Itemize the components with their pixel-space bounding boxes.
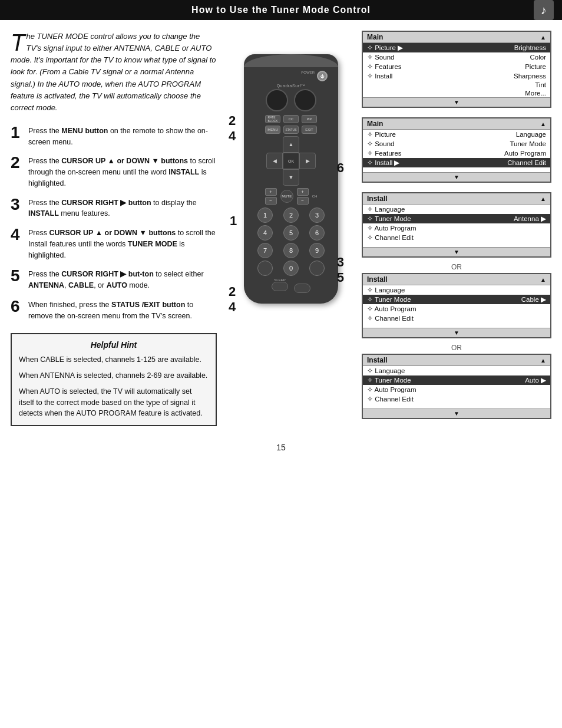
main-menu-1-arrow-up: ▲: [540, 34, 546, 41]
other-btn[interactable]: [294, 284, 310, 293]
main-menu-2-arrow-down: ▼: [454, 174, 459, 180]
step-badge-6: 6: [337, 160, 344, 176]
step-3-number: 3: [11, 196, 24, 213]
ch-minus-btn[interactable]: −: [297, 197, 309, 205]
step-badge-3-5: 35: [337, 255, 344, 285]
step-6-text: When finished, press the STATUS /EXIT bu…: [28, 299, 217, 322]
sleep-btn[interactable]: [272, 282, 288, 291]
main-menu-2-footer: ▼: [363, 172, 550, 182]
pip-btn[interactable]: PIP: [302, 115, 317, 123]
install-au-channel: ✧ Channel Edit: [363, 394, 550, 404]
step-5-number: 5: [11, 268, 24, 284]
helpful-hint-title: Helpful Hint: [19, 340, 209, 350]
install-au-tuner: ✧ Tuner Mode Auto ▶: [363, 375, 550, 385]
big-circle-left[interactable]: [266, 89, 288, 111]
install-auto-footer: ▼: [363, 409, 550, 418]
install-au-empty: [363, 404, 550, 409]
num-9[interactable]: 9: [309, 243, 325, 258]
sleep-area: SLEEP: [272, 278, 288, 293]
install-cable-header: Install ▲: [363, 274, 550, 285]
num-2[interactable]: 2: [283, 207, 299, 223]
step-1: 1 Press the MENU button on the remote to…: [11, 126, 217, 148]
power-label: POWER: [301, 71, 315, 81]
install-au-lang: ✧ Language: [363, 366, 550, 375]
step-badge-2-top: 24: [229, 113, 236, 144]
page-header: How to Use the Tuner Mode Control ♪: [0, 0, 562, 20]
step-6-number: 6: [11, 298, 24, 315]
num-5[interactable]: 5: [283, 225, 299, 241]
num-4[interactable]: 4: [257, 225, 273, 241]
status-btn[interactable]: STATUS: [283, 126, 299, 134]
step-2-text: Press the CURSOR UP ▲ or DOWN ▼ buttons …: [28, 156, 217, 189]
num-0-left[interactable]: [257, 261, 273, 276]
num-0[interactable]: 0: [283, 261, 299, 276]
main-menu-1-footer: ▼: [363, 97, 550, 107]
step-2: 2 Press the CURSOR UP ▲ or DOWN ▼ button…: [11, 156, 217, 189]
vol-minus-btn[interactable]: −: [265, 197, 277, 205]
step-3: 3 Press the CURSOR RIGHT ▶ button to dis…: [11, 197, 217, 220]
num-1[interactable]: 1: [257, 207, 273, 223]
install-cable-arrow-up: ▲: [540, 276, 546, 283]
install-au-auto: ✧ Auto Program: [363, 385, 550, 394]
big-circle-row: [250, 89, 332, 111]
install-c-auto: ✧ Auto Program: [363, 304, 550, 314]
left-column: The TUNER MODE control allows you to cha…: [11, 31, 217, 426]
install-antenna-header: Install ▲: [363, 193, 550, 205]
num-0-right[interactable]: [309, 261, 325, 276]
install-antenna-arrow-up: ▲: [540, 196, 546, 202]
hint-item-2: When ANTENNA is selected, channels 2-69 …: [19, 370, 209, 381]
nav-up-btn[interactable]: ▲: [283, 136, 299, 153]
main-menu-1-arrow-down: ▼: [454, 99, 459, 106]
menu-btn[interactable]: MENU: [265, 126, 280, 134]
nav-corner-tl: [266, 136, 283, 153]
install-auto-arrow-down: ▼: [454, 410, 459, 417]
menu-row-sound: ✧ Sound Color: [363, 52, 550, 62]
power-button[interactable]: ⏻: [317, 71, 328, 81]
install-a-auto: ✧ Auto Program: [363, 223, 550, 233]
install-auto-title: Install: [367, 356, 388, 364]
menu-row-picture: ✧ Picture ▶ Brightness: [363, 43, 550, 52]
step-1-number: 1: [11, 124, 24, 141]
ch-buttons: + −: [297, 188, 309, 205]
ch-plus-btn[interactable]: +: [297, 188, 309, 196]
vol-plus-btn[interactable]: +: [265, 188, 277, 196]
hint-item-3: When AUTO is selected, the TV will autom…: [19, 386, 209, 419]
install-cable-title: Install: [367, 275, 388, 284]
or-label-2: OR: [362, 344, 551, 352]
cc-btn[interactable]: CC: [283, 115, 299, 123]
main-menu-2-arrow-up: ▲: [540, 121, 546, 127]
nav-center-btn[interactable]: OK: [283, 153, 299, 169]
num-3[interactable]: 3: [309, 207, 325, 223]
exit-btn[interactable]: EXIT: [302, 126, 317, 134]
nav-corner-br: [299, 169, 316, 186]
helpful-hint: Helpful Hint When CABLE is selected, cha…: [11, 333, 217, 426]
header-icon: ♪: [534, 0, 554, 20]
big-circle-right[interactable]: [294, 89, 316, 111]
step-4-text: Press CURSOR UP ▲ or DOWN ▼ buttons to s…: [28, 228, 217, 261]
main-content: The TUNER MODE control allows you to cha…: [0, 31, 562, 426]
nav-down-btn[interactable]: ▼: [283, 169, 299, 186]
mute-btn[interactable]: MUTE: [280, 190, 293, 203]
menu-row-tint: Tint: [363, 81, 550, 89]
install-antenna-title: Install: [367, 195, 388, 203]
menu2-row-features: ✧ Features Auto Program: [363, 149, 550, 158]
menus-column: Main ▲ ✧ Picture ▶ Brightness ✧ Sound Co…: [362, 31, 551, 423]
install-c-lang: ✧ Language: [363, 285, 550, 295]
num-6[interactable]: 6: [309, 225, 325, 241]
install-antenna-arrow-down: ▼: [454, 249, 459, 255]
install-a-tuner: ✧ Tuner Mode Antenna ▶: [363, 214, 550, 223]
step-badge-1: 1: [230, 213, 237, 229]
num-8[interactable]: 8: [283, 243, 299, 258]
menu-row-install: ✧ Install Sharpness: [363, 71, 550, 81]
menu-row-features: ✧ Features Picture: [363, 62, 550, 71]
btn-row-2: MENU STATUS EXIT: [250, 126, 332, 134]
page-number: 15: [0, 443, 562, 458]
nav-right-btn[interactable]: ▶: [299, 153, 316, 169]
quadrasurf-label: QuadraSurf™: [250, 84, 332, 88]
num-7[interactable]: 7: [257, 243, 273, 258]
step-2-number: 2: [11, 154, 24, 171]
nav-left-btn[interactable]: ◀: [266, 153, 283, 169]
install-c-channel: ✧ Channel Edit: [363, 314, 550, 323]
rate-btn[interactable]: RATEBLOCK: [265, 115, 280, 123]
remote-top-curve: [244, 54, 338, 67]
